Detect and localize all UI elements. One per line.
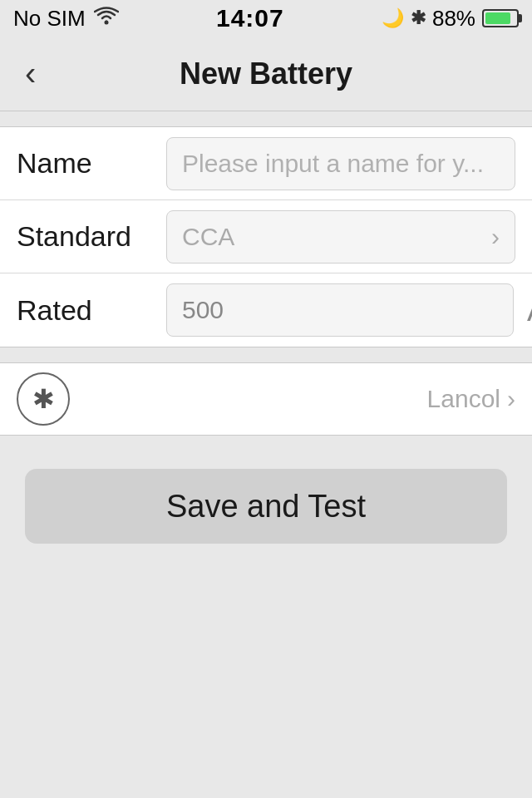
wifi-icon [94, 7, 119, 30]
bluetooth-icon: ✱ [17, 372, 70, 426]
name-label: Name [17, 147, 166, 180]
rated-input[interactable] [166, 283, 514, 337]
rated-input-wrap: A [166, 283, 532, 337]
standard-value: CCA [182, 223, 491, 251]
form-section: Name Standard CCA › Rated A [0, 126, 532, 347]
bluetooth-symbol-icon: ✱ [32, 383, 55, 415]
standard-label: Standard [17, 220, 166, 253]
save-button-wrap: Save and Test [0, 436, 532, 544]
svg-point-0 [104, 21, 108, 25]
status-right: 🌙 ✱ 88% [382, 6, 519, 32]
bluetooth-status-icon: ✱ [411, 7, 426, 29]
name-input[interactable] [166, 137, 515, 190]
bluetooth-chevron-icon: › [507, 385, 515, 413]
status-left: No SIM [13, 6, 119, 32]
bluetooth-device-name: Lancol [427, 385, 500, 413]
nav-bar: ‹ New Battery [0, 37, 532, 111]
standard-row: Standard CCA › [0, 200, 532, 273]
battery-indicator [482, 9, 519, 27]
page-title: New Battery [180, 57, 352, 91]
rated-row: Rated A [0, 273, 532, 347]
standard-input-wrap: CCA › [166, 210, 515, 264]
bluetooth-row[interactable]: ✱ Lancol › [0, 362, 532, 436]
bluetooth-device[interactable]: Lancol › [427, 385, 515, 413]
standard-chevron-icon: › [491, 223, 500, 251]
do-not-disturb-icon: 🌙 [382, 7, 404, 29]
back-button[interactable]: ‹ [17, 47, 44, 101]
save-test-button[interactable]: Save and Test [25, 469, 507, 544]
rated-unit: A [527, 293, 532, 328]
name-input-wrap [166, 137, 515, 190]
name-row: Name [0, 127, 532, 200]
status-bar: No SIM 14:07 🌙 ✱ 88% [0, 0, 532, 37]
carrier-label: No SIM [13, 6, 86, 32]
standard-select[interactable]: CCA › [166, 210, 515, 264]
status-time: 14:07 [216, 4, 284, 32]
rated-label: Rated [17, 294, 166, 327]
battery-percent-label: 88% [432, 6, 475, 32]
